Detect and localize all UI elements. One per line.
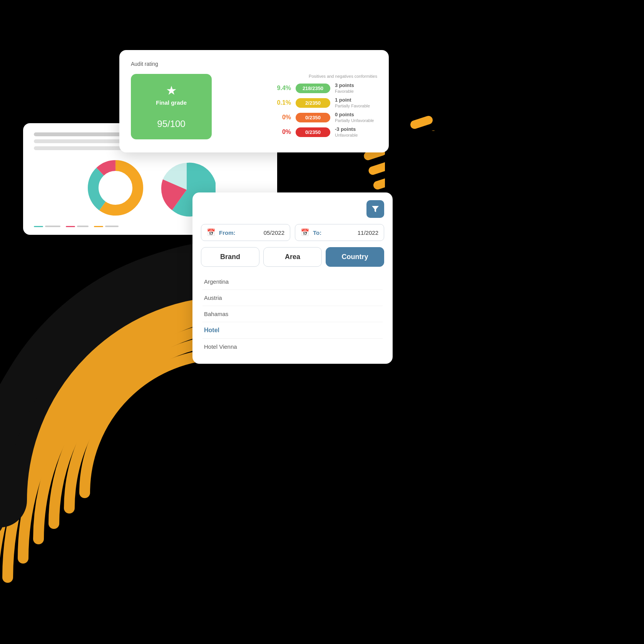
svg-rect-11: [405, 189, 430, 204]
conf-points-value: -3 points: [335, 126, 377, 132]
conf-status: Unfavorable: [335, 133, 358, 137]
svg-rect-16: [423, 159, 448, 174]
country-list-item[interactable]: Argentina: [202, 274, 383, 290]
conf-row: 0.1% 2/2350 1 point Partially Favorable: [223, 97, 377, 109]
legend-color-teal: [34, 226, 43, 227]
country-list-item[interactable]: Hotel Vienna: [202, 339, 383, 355]
conf-status: Partially Favorable: [335, 104, 370, 108]
filter-card: 📅 From: 05/2022 📅 To: 11/2022 BrandAreaC…: [192, 192, 393, 364]
conf-pct: 9.4%: [271, 85, 291, 92]
calendar-to-icon: 📅: [301, 228, 309, 237]
svg-point-23: [103, 176, 128, 200]
audit-rating-card: Audit rating ★ Final grade 95/100 Positi…: [119, 50, 389, 152]
audit-card-title: Audit rating: [131, 61, 377, 67]
from-date-field[interactable]: 📅 From: 05/2022: [201, 224, 290, 241]
to-date-field[interactable]: 📅 To: 11/2022: [295, 224, 384, 241]
legend-item-orange: [94, 226, 119, 227]
conf-badge: 218/2350: [296, 84, 330, 93]
country-list-item[interactable]: Austria: [202, 290, 383, 306]
conformities-rows: 9.4% 218/2350 3 points Favorable 0.1% 2/…: [223, 82, 377, 138]
svg-rect-7: [386, 130, 411, 146]
conf-badge: 0/2350: [296, 127, 330, 137]
country-list-item[interactable]: Bahamas: [202, 306, 383, 322]
conf-points-value: 3 points: [335, 82, 377, 88]
legend-color-pink: [66, 226, 75, 227]
conf-points-value: 0 points: [335, 112, 377, 117]
grade-value: 95/100: [157, 108, 185, 130]
legend-text-pink: [77, 226, 89, 227]
conformities-section: Positives and negatives conformities 9.4…: [223, 74, 377, 141]
filter-header: [201, 200, 384, 218]
svg-rect-8: [391, 145, 415, 160]
svg-rect-12: [410, 204, 435, 219]
filter-tab-country[interactable]: Country: [326, 247, 384, 267]
svg-rect-9: [395, 160, 420, 175]
from-value: 05/2022: [264, 229, 284, 236]
to-label: To:: [313, 229, 321, 236]
calendar-from-icon: 📅: [207, 228, 215, 237]
svg-rect-10: [400, 174, 425, 189]
filter-tab-brand[interactable]: Brand: [201, 247, 259, 267]
svg-rect-14: [414, 129, 439, 144]
conf-status: Favorable: [335, 89, 354, 94]
conf-status: Partially Unfavorable: [335, 118, 374, 123]
conf-badge: 2/2350: [296, 98, 330, 108]
conf-points: 1 point Partially Favorable: [335, 97, 377, 109]
svg-rect-4: [372, 176, 397, 191]
audit-card-body: ★ Final grade 95/100 Positives and negat…: [131, 74, 377, 141]
conf-points: -3 points Unfavorable: [335, 126, 377, 138]
to-value: 11/2022: [358, 229, 378, 236]
conf-points-value: 1 point: [335, 97, 377, 103]
svg-rect-15: [419, 144, 443, 159]
legend-text-teal: [45, 226, 60, 227]
conf-pct: 0.1%: [271, 99, 291, 106]
conf-points: 3 points Favorable: [335, 82, 377, 94]
conf-points: 0 points Partially Unfavorable: [335, 112, 377, 123]
conf-pct: 0%: [271, 129, 291, 135]
svg-rect-19: [385, 131, 470, 250]
legend-item-teal: [34, 226, 60, 227]
country-list: ArgentinaAustriaBahamasHotelHotel Vienna: [201, 274, 384, 355]
conf-row: 0% 0/2350 0 points Partially Unfavorable: [223, 112, 377, 123]
donut-chart: [85, 157, 146, 219]
line-placeholder-short: [34, 146, 122, 150]
legend-color-orange: [94, 226, 103, 227]
svg-rect-18: [433, 188, 458, 203]
svg-rect-3: [368, 161, 392, 176]
svg-rect-13: [409, 115, 434, 130]
conf-row: 0% 0/2350 -3 points Unfavorable: [223, 126, 377, 138]
filter-tabs: BrandAreaCountry: [201, 247, 384, 267]
grade-suffix: /100: [167, 119, 186, 129]
conf-pct: 0%: [271, 114, 291, 121]
conf-row: 9.4% 218/2350 3 points Favorable: [223, 82, 377, 94]
grade-label: Final grade: [156, 99, 187, 106]
conf-header: Positives and negatives conformities: [223, 74, 377, 79]
filter-tab-area[interactable]: Area: [263, 247, 322, 267]
grade-star-icon: ★: [166, 83, 177, 98]
country-group-header[interactable]: Hotel: [202, 322, 383, 339]
legend-text-orange: [105, 226, 119, 227]
svg-rect-17: [428, 173, 453, 188]
grade-box: ★ Final grade 95/100: [131, 74, 212, 139]
legend-item-pink: [66, 226, 89, 227]
conf-badge: 0/2350: [296, 113, 330, 122]
filter-icon: [371, 204, 380, 214]
date-row: 📅 From: 05/2022 📅 To: 11/2022: [201, 224, 384, 241]
from-label: From:: [219, 229, 236, 236]
filter-button[interactable]: [366, 200, 384, 218]
